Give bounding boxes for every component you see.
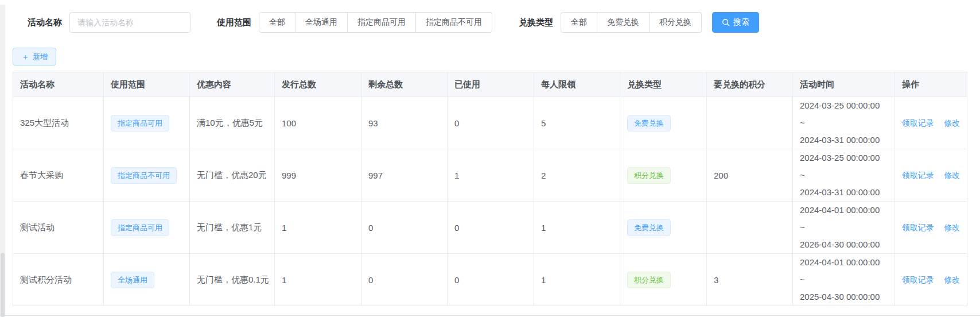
time-start: 2024-04-01 00:00:00 xyxy=(800,254,888,271)
points-required-cell: 200 xyxy=(707,149,793,202)
issued-total-cell: 1 xyxy=(275,254,361,306)
activity-time-cell: 2024-03-25 00:00:00 ~ 2024-03-31 00:00:0… xyxy=(793,97,895,149)
remaining-total-cell: 997 xyxy=(361,149,448,202)
col-usage-scope: 使用范围 xyxy=(104,72,190,97)
remaining-total-cell: 0 xyxy=(361,202,448,254)
left-scrollbar-thumb[interactable] xyxy=(1,253,5,317)
usage-scope-option-specified-allowed[interactable]: 指定商品可用 xyxy=(348,12,416,33)
discount-cell: 无门槛，优惠20元 xyxy=(190,149,275,202)
usage-scope-label: 使用范围 xyxy=(217,17,251,28)
actions-cell: 领取记录 修改 xyxy=(895,97,967,149)
usage-scope-badge: 全场通用 xyxy=(111,272,154,288)
time-end: 2024-03-31 00:00:00 xyxy=(800,132,888,149)
time-end: 2026-04-30 00:00:00 xyxy=(800,236,888,253)
usage-scope-option-universal[interactable]: 全场通用 xyxy=(295,12,348,33)
col-per-person-limit: 每人限领 xyxy=(534,72,620,97)
col-points-required: 要兑换的积分 xyxy=(707,72,793,97)
col-exchange-type: 兑换类型 xyxy=(620,72,707,97)
activity-name-cell: 测试积分活动 xyxy=(20,275,72,284)
per-person-limit-cell: 1 xyxy=(534,254,620,306)
claim-records-link[interactable]: 领取记录 xyxy=(902,223,934,232)
used-cell: 0 xyxy=(448,254,534,306)
activity-name-cell: 测试活动 xyxy=(20,222,55,232)
time-start: 2024-03-25 00:00:00 xyxy=(800,149,888,167)
time-separator: ~ xyxy=(800,271,888,288)
left-scrollbar-track xyxy=(0,5,5,317)
usage-scope-option-all[interactable]: 全部 xyxy=(259,12,295,33)
time-separator: ~ xyxy=(800,114,888,132)
actions-cell: 领取记录 修改 xyxy=(895,202,967,254)
col-used: 已使用 xyxy=(448,72,534,97)
col-actions: 操作 xyxy=(895,72,967,97)
exchange-type-badge: 积分兑换 xyxy=(627,167,671,184)
claim-records-link[interactable]: 领取记录 xyxy=(902,275,934,284)
discount-cell: 满10元，优惠5元 xyxy=(190,97,275,149)
exchange-type-badge: 免费兑换 xyxy=(627,115,671,132)
table-header: 活动名称 使用范围 优惠内容 发行总数 剩余总数 已使用 每人限领 兑换类型 要… xyxy=(13,72,967,97)
time-end: 2025-04-30 00:00:00 xyxy=(800,288,888,306)
time-end: 2024-03-31 00:00:00 xyxy=(800,184,888,201)
per-person-limit-cell: 2 xyxy=(534,149,620,202)
exchange-type-label: 兑换类型 xyxy=(519,17,553,28)
points-required-cell xyxy=(707,202,793,254)
issued-total-cell: 100 xyxy=(275,97,361,149)
edit-link[interactable]: 修改 xyxy=(944,118,960,127)
time-start: 2024-03-25 00:00:00 xyxy=(800,97,888,114)
activity-time-cell: 2024-03-25 00:00:00 ~ 2024-03-31 00:00:0… xyxy=(793,149,895,202)
claim-records-link[interactable]: 领取记录 xyxy=(902,171,934,180)
actions-cell: 领取记录 修改 xyxy=(895,254,967,306)
per-person-limit-cell: 5 xyxy=(534,97,620,149)
col-remaining-total: 剩余总数 xyxy=(361,72,448,97)
activity-table: 活动名称 使用范围 优惠内容 发行总数 剩余总数 已使用 每人限领 兑换类型 要… xyxy=(13,72,967,306)
usage-scope-badge: 指定商品可用 xyxy=(111,115,169,132)
usage-scope-option-specified-disallowed[interactable]: 指定商品不可用 xyxy=(416,12,492,33)
time-separator: ~ xyxy=(800,219,888,236)
activity-table-wrapper: 活动名称 使用范围 优惠内容 发行总数 剩余总数 已使用 每人限领 兑换类型 要… xyxy=(13,72,967,306)
activity-time-cell: 2024-04-01 00:00:00 ~ 2026-04-30 00:00:0… xyxy=(793,202,895,254)
table-row: 测试积分活动 全场通用 无门槛，优惠0.1元 1 0 0 1 积分兑换 3 20… xyxy=(13,254,967,306)
bottom-divider xyxy=(0,315,980,316)
edit-link[interactable]: 修改 xyxy=(944,171,960,180)
usage-scope-badge: 指定商品可用 xyxy=(111,219,169,236)
usage-scope-button-group: 全部 全场通用 指定商品可用 指定商品不可用 xyxy=(259,12,492,33)
activity-name-cell: 325大型活动 xyxy=(20,118,69,127)
edit-link[interactable]: 修改 xyxy=(944,223,960,232)
used-cell: 0 xyxy=(448,202,534,254)
add-button-label: 新增 xyxy=(33,52,48,62)
activity-name-input[interactable] xyxy=(69,12,190,33)
table-body: 325大型活动 指定商品可用 满10元，优惠5元 100 93 0 5 免费兑换… xyxy=(13,97,967,306)
activity-time-cell: 2024-04-01 00:00:00 ~ 2025-04-30 00:00:0… xyxy=(793,254,895,306)
col-discount-content: 优惠内容 xyxy=(190,72,275,97)
search-icon xyxy=(722,18,730,26)
per-person-limit-cell: 1 xyxy=(534,202,620,254)
search-button[interactable]: 搜索 xyxy=(712,12,759,33)
issued-total-cell: 1 xyxy=(275,202,361,254)
exchange-type-button-group: 全部 免费兑换 积分兑换 xyxy=(561,12,702,33)
col-issued-total: 发行总数 xyxy=(275,72,361,97)
col-activity-time: 活动时间 xyxy=(793,72,895,97)
issued-total-cell: 999 xyxy=(275,149,361,202)
table-row: 测试活动 指定商品可用 无门槛，优惠1元 1 0 0 1 免费兑换 2024-0… xyxy=(13,202,967,254)
exchange-type-option-points[interactable]: 积分兑换 xyxy=(650,12,702,33)
edit-link[interactable]: 修改 xyxy=(944,275,960,284)
activity-name-label: 活动名称 xyxy=(28,17,62,28)
activity-name-cell: 春节大采购 xyxy=(20,170,63,180)
exchange-type-option-free[interactable]: 免费兑换 xyxy=(597,12,650,33)
usage-scope-badge: 指定商品不可用 xyxy=(111,167,177,184)
actions-cell: 领取记录 修改 xyxy=(895,149,967,202)
table-row: 325大型活动 指定商品可用 满10元，优惠5元 100 93 0 5 免费兑换… xyxy=(13,97,967,149)
filter-bar: 活动名称 使用范围 全部 全场通用 指定商品可用 指定商品不可用 兑换类型 全部… xyxy=(0,0,980,33)
search-button-label: 搜索 xyxy=(733,17,749,28)
claim-records-link[interactable]: 领取记录 xyxy=(902,118,934,127)
time-start: 2024-04-01 00:00:00 xyxy=(800,202,888,219)
table-row: 春节大采购 指定商品不可用 无门槛，优惠20元 999 997 1 2 积分兑换… xyxy=(13,149,967,202)
used-cell: 0 xyxy=(448,97,534,149)
time-separator: ~ xyxy=(800,167,888,184)
remaining-total-cell: 93 xyxy=(361,97,448,149)
exchange-type-badge: 免费兑换 xyxy=(627,219,671,236)
exchange-type-badge: 积分兑换 xyxy=(627,272,671,288)
exchange-type-option-all[interactable]: 全部 xyxy=(561,12,597,33)
discount-cell: 无门槛，优惠0.1元 xyxy=(190,254,275,306)
toolbar: ＋ 新增 xyxy=(0,33,980,65)
add-button[interactable]: ＋ 新增 xyxy=(13,48,56,65)
